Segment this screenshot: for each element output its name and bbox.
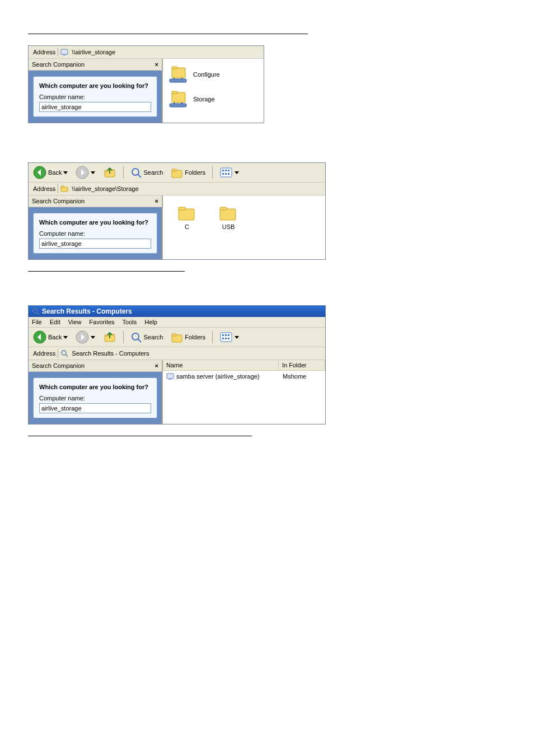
chevron-down-icon: [63, 336, 68, 339]
computer-name-label: Computer name:: [39, 230, 151, 237]
sidebar-title: Search Companion: [32, 61, 85, 68]
window-title: Search Results - Computers: [42, 307, 132, 315]
menu-file[interactable]: File: [32, 319, 42, 325]
computer-icon: [60, 48, 68, 56]
toolbar: Back Search Folders: [29, 163, 325, 183]
menu-view[interactable]: View: [68, 319, 82, 325]
menu-favorites[interactable]: Favorites: [89, 319, 114, 325]
chevron-down-icon: [63, 171, 68, 174]
address-bar: Address \\airlive_storage: [29, 46, 264, 59]
close-icon[interactable]: ×: [155, 198, 158, 204]
content-pane: C USB: [163, 195, 325, 259]
search-icon: [60, 349, 68, 357]
folder-label: C: [185, 223, 189, 230]
search-button[interactable]: Search: [128, 330, 165, 344]
share-label: Configure: [193, 71, 220, 78]
views-button[interactable]: [217, 330, 241, 344]
toolbar: Back Search Folders: [29, 328, 325, 347]
open-folder-icon: [60, 185, 68, 193]
menu-help[interactable]: Help: [144, 319, 157, 325]
folder-label: USB: [222, 223, 235, 230]
share-item[interactable]: Storage: [166, 87, 260, 111]
column-in-folder[interactable]: In Folder: [279, 360, 325, 370]
forward-button[interactable]: [73, 165, 97, 180]
chevron-down-icon: [235, 171, 239, 174]
search-question: Which computer are you looking for?: [39, 219, 151, 226]
forward-button[interactable]: [73, 329, 97, 345]
address-field[interactable]: \\airlive_storage\Storage: [71, 185, 323, 193]
computer-icon: [166, 372, 174, 380]
search-companion-panel: Search Companion × Which computer are yo…: [29, 195, 163, 259]
address-label: Address: [31, 184, 58, 193]
computer-name-label: Computer name:: [39, 94, 151, 100]
results-pane: Name In Folder samba server (airlive_sto…: [163, 360, 325, 424]
chevron-down-icon: [91, 171, 95, 174]
result-in-folder: Mshome: [283, 373, 322, 380]
folder-icon: [177, 204, 196, 221]
menu-bar: File Edit View Favorites Tools Help: [29, 317, 325, 328]
up-button[interactable]: [101, 329, 119, 345]
explorer-window-2: Back Search Folders Address \\airlive_st…: [28, 162, 326, 260]
column-headers: Name In Folder: [163, 360, 325, 371]
back-button[interactable]: Back: [31, 165, 70, 180]
folder-icon: [219, 204, 238, 221]
result-row[interactable]: samba server (airlive_storage) Mshome: [163, 371, 325, 382]
address-bar: Address Search Results - Computers: [29, 347, 325, 360]
menu-tools[interactable]: Tools: [123, 319, 137, 325]
folder-item[interactable]: C: [177, 204, 196, 230]
result-name: samba server (airlive_storage): [176, 373, 260, 380]
search-results-window: Search Results - Computers File Edit Vie…: [28, 305, 326, 424]
computer-name-label: Computer name:: [39, 395, 151, 402]
folders-button[interactable]: Folders: [168, 166, 208, 179]
views-button[interactable]: [217, 166, 241, 179]
search-question: Which computer are you looking for?: [39, 82, 151, 89]
network-share-icon: [168, 66, 189, 83]
address-bar: Address \\airlive_storage\Storage: [29, 183, 325, 195]
chevron-down-icon: [235, 336, 239, 339]
back-button[interactable]: Back: [31, 329, 70, 345]
explorer-window-1: Address \\airlive_storage Search Compani…: [28, 45, 264, 123]
column-name[interactable]: Name: [163, 360, 279, 370]
search-question: Which computer are you looking for?: [39, 384, 151, 390]
up-button[interactable]: [101, 165, 119, 180]
search-companion-panel: Search Companion × Which computer are yo…: [29, 360, 163, 424]
computer-name-input[interactable]: [39, 403, 151, 413]
close-icon[interactable]: ×: [155, 61, 158, 68]
address-field[interactable]: Search Results - Computers: [71, 349, 323, 357]
share-item[interactable]: Configure: [166, 62, 260, 87]
search-companion-panel: Search Companion × Which computer are yo…: [29, 59, 163, 123]
folders-button[interactable]: Folders: [168, 330, 208, 344]
share-label: Storage: [193, 96, 215, 102]
search-button[interactable]: Search: [128, 166, 165, 179]
content-pane: Configure Storage: [163, 59, 264, 123]
search-icon: [32, 307, 40, 315]
chevron-down-icon: [91, 336, 95, 339]
network-share-icon: [168, 90, 189, 108]
folder-item[interactable]: USB: [219, 204, 238, 230]
sidebar-title: Search Companion: [32, 198, 85, 204]
computer-name-input[interactable]: [39, 239, 151, 249]
menu-edit[interactable]: Edit: [50, 319, 60, 325]
sidebar-title: Search Companion: [32, 362, 85, 369]
close-icon[interactable]: ×: [155, 362, 158, 369]
address-label: Address: [31, 48, 58, 57]
title-bar: Search Results - Computers: [29, 306, 325, 317]
computer-name-input[interactable]: [39, 102, 151, 112]
address-field[interactable]: \\airlive_storage: [71, 48, 261, 56]
address-label: Address: [31, 349, 58, 358]
